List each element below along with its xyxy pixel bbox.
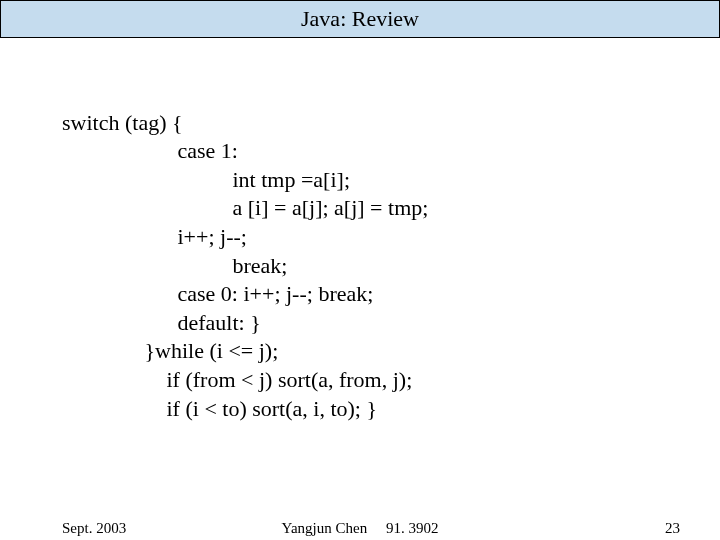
code-line: int tmp =a[i]; [62,167,350,192]
footer-page: 23 [665,520,680,537]
code-line: default: } [62,310,261,335]
code-line: a [i] = a[j]; a[j] = tmp; [62,195,428,220]
code-line: if (from < j) sort(a, from, j); [62,367,412,392]
title-bar: Java: Review [0,0,720,38]
footer-course: 91. 3902 [386,520,439,536]
code-content: switch (tag) { case 1: int tmp =a[i]; a … [62,80,428,423]
code-line: case 0: i++; j--; break; [62,281,373,306]
code-line: switch (tag) { [62,110,183,135]
code-line: i++; j--; [62,224,247,249]
footer-author: Yangjun Chen [282,520,368,536]
code-line: if (i < to) sort(a, i, to); } [62,396,377,421]
code-line: case 1: [62,138,238,163]
code-line: break; [62,253,287,278]
slide-title: Java: Review [301,6,419,32]
code-line: }while (i <= j); [62,338,278,363]
footer-center: Yangjun Chen 91. 3902 [0,520,720,537]
